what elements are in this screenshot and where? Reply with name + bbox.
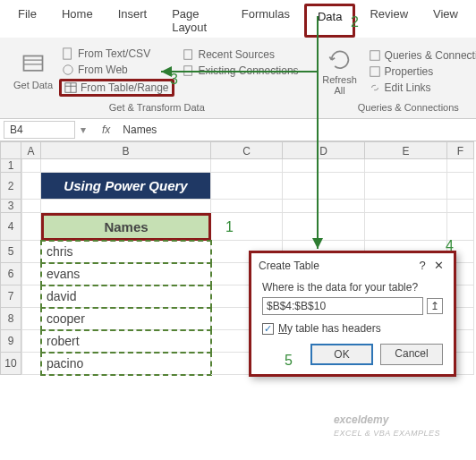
col-head-a[interactable]: A — [21, 141, 41, 159]
row-head-6[interactable]: 6 — [0, 263, 21, 285]
cell[interactable] — [21, 173, 41, 200]
dropdown-icon[interactable]: ▾ — [75, 124, 91, 136]
cell[interactable] — [365, 213, 447, 241]
col-head-f[interactable]: F — [447, 141, 474, 159]
refresh-icon — [327, 47, 353, 72]
callout-1: 1 — [225, 219, 234, 235]
formula-input[interactable]: Names — [121, 122, 472, 138]
cell[interactable] — [21, 330, 41, 353]
cancel-button[interactable]: Cancel — [380, 344, 443, 365]
cell[interactable] — [447, 159, 474, 173]
tab-formulas[interactable]: Formulas — [231, 4, 301, 38]
cell[interactable] — [21, 308, 41, 330]
headers-checkbox[interactable]: ✓ — [262, 323, 274, 335]
banner-cell[interactable]: Using Power Query — [41, 173, 211, 200]
callout-5: 5 — [285, 353, 293, 369]
cell[interactable] — [211, 200, 283, 213]
cell[interactable] — [41, 200, 211, 213]
range-input[interactable]: $B$4:$B$10 — [262, 297, 423, 315]
range-picker-button[interactable]: ↥ — [427, 298, 443, 314]
refresh-all-button[interactable]: Refresh All — [319, 43, 361, 100]
get-data-button[interactable]: Get Data — [13, 43, 54, 100]
cell[interactable] — [21, 285, 41, 308]
col-head-b[interactable]: B — [41, 141, 211, 159]
properties-icon — [369, 65, 381, 78]
select-all-corner[interactable] — [0, 141, 21, 159]
svg-rect-6 — [370, 51, 379, 61]
cell[interactable] — [447, 200, 474, 213]
row-head-5[interactable]: 5 — [0, 241, 21, 263]
recent-icon — [183, 48, 195, 61]
row-head-2[interactable]: 2 — [0, 173, 21, 200]
existing-connections-button[interactable]: Existing Connections — [180, 64, 302, 78]
data-cell[interactable]: evans — [41, 263, 211, 285]
cell[interactable] — [211, 213, 283, 241]
table-header-cell[interactable]: Names — [41, 213, 211, 241]
svg-rect-4 — [183, 50, 191, 60]
cell[interactable] — [21, 241, 41, 263]
tab-data[interactable]: Data — [304, 4, 355, 38]
row-head-10[interactable]: 10 — [0, 353, 21, 375]
data-cell[interactable]: david — [41, 285, 211, 308]
name-box[interactable]: B4 — [4, 121, 75, 139]
row-head-4[interactable]: 4 — [0, 213, 21, 241]
formula-bar: B4 ▾ fx Names — [0, 119, 476, 141]
tab-page-layout[interactable]: Page Layout — [161, 4, 227, 38]
col-head-c[interactable]: C — [211, 141, 283, 159]
tab-file[interactable]: File — [7, 4, 47, 38]
ok-button[interactable]: OK — [310, 344, 373, 365]
cell[interactable] — [283, 200, 365, 213]
from-text-csv-button[interactable]: From Text/CSV — [59, 47, 174, 61]
row-head-1[interactable]: 1 — [0, 159, 21, 173]
col-head-e[interactable]: E — [365, 141, 447, 159]
tab-view[interactable]: View — [422, 4, 469, 38]
properties-button[interactable]: Properties — [366, 64, 476, 79]
callout-2: 2 — [351, 14, 359, 30]
dialog-close-button[interactable]: ✕ — [430, 259, 446, 272]
row-head-3[interactable]: 3 — [0, 200, 21, 213]
create-table-dialog: Create Table ? ✕ Where is the data for y… — [249, 251, 456, 377]
table-icon — [64, 81, 77, 94]
cell[interactable] — [21, 159, 41, 173]
edit-links-button[interactable]: Edit Links — [366, 81, 476, 95]
recent-sources-button[interactable]: Recent Sources — [180, 47, 302, 62]
data-cell[interactable]: robert — [41, 330, 211, 353]
tab-home[interactable]: Home — [51, 4, 104, 38]
data-cell[interactable]: pacino — [41, 353, 211, 375]
tab-review[interactable]: Review — [359, 4, 419, 38]
cell[interactable] — [211, 173, 283, 200]
tab-insert[interactable]: Insert — [107, 4, 158, 38]
cell[interactable] — [447, 213, 474, 241]
from-table-range-button[interactable]: From Table/Range — [59, 79, 174, 97]
col-head-d[interactable]: D — [283, 141, 365, 159]
cell[interactable] — [21, 200, 41, 213]
fx-icon[interactable]: fx — [102, 124, 110, 136]
cell[interactable] — [283, 173, 365, 200]
cell[interactable] — [283, 159, 365, 173]
row-head-8[interactable]: 8 — [0, 308, 21, 330]
watermark: exceldemy EXCEL & VBA EXAMPLES — [334, 413, 440, 439]
data-cell[interactable]: chris — [41, 241, 211, 263]
cell[interactable] — [447, 173, 474, 200]
data-cell[interactable]: cooper — [41, 308, 211, 330]
cell[interactable] — [365, 159, 447, 173]
cell[interactable] — [211, 159, 283, 173]
dialog-prompt: Where is the data for your table? — [262, 281, 443, 294]
ribbon-tabs: File Home Insert Page Layout Formulas Da… — [0, 0, 476, 38]
queries-connections-button[interactable]: Queries & Connections — [366, 48, 476, 63]
headers-checkbox-label[interactable]: My table has headers — [278, 322, 381, 335]
cell[interactable] — [21, 263, 41, 285]
cell[interactable] — [283, 213, 365, 241]
cell[interactable] — [21, 353, 41, 375]
cell[interactable] — [41, 159, 211, 173]
cell[interactable] — [365, 173, 447, 200]
cell[interactable] — [365, 200, 447, 213]
row-head-7[interactable]: 7 — [0, 285, 21, 308]
cell[interactable] — [21, 213, 41, 241]
group-get-transform: Get Data From Text/CSV From Web From Tab… — [5, 41, 309, 118]
dialog-help-button[interactable]: ? — [414, 259, 430, 272]
from-web-button[interactable]: From Web — [59, 63, 174, 77]
row-head-9[interactable]: 9 — [0, 330, 21, 353]
svg-rect-5 — [183, 66, 191, 76]
ribbon: Get Data From Text/CSV From Web From Tab… — [0, 38, 476, 119]
